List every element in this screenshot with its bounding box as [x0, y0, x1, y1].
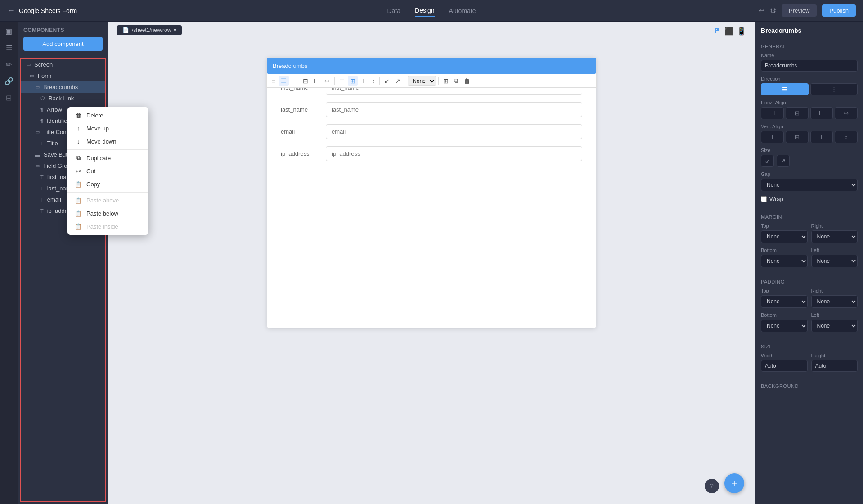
copy-icon: 📋	[75, 181, 82, 188]
ctx-cut[interactable]: ✂ Cut	[67, 165, 148, 178]
width-input[interactable]	[761, 360, 808, 372]
none-select[interactable]: None	[408, 76, 436, 86]
link-icon[interactable]: 🔗	[4, 77, 13, 86]
margin-bottom-select[interactable]: None	[761, 255, 808, 267]
mobile-icon[interactable]: 📱	[737, 27, 746, 36]
margin-top-label: Top	[761, 223, 808, 229]
undo-button[interactable]: ↩	[759, 6, 764, 15]
delete-btn[interactable]: 🗑	[462, 76, 472, 86]
padding-right-select[interactable]: None	[811, 295, 858, 308]
back-button[interactable]: ←	[7, 6, 15, 15]
h-align-4[interactable]: ⇿	[835, 107, 858, 119]
padding-left-select[interactable]: None	[811, 320, 858, 332]
ctx-duplicate[interactable]: ⧉ Duplicate	[67, 151, 148, 165]
more-icon[interactable]: ⊞	[6, 94, 12, 102]
path-icon: 📄	[122, 27, 129, 33]
align-btn-1[interactable]: ≡	[270, 76, 278, 86]
last-name-input[interactable]	[326, 102, 582, 117]
padding-top-select[interactable]: None	[761, 295, 808, 308]
rs-section-size: SIZE Width Height	[761, 344, 858, 376]
path-chevron[interactable]: ▾	[174, 27, 176, 33]
shrink-btn[interactable]: ↙	[382, 76, 392, 86]
shrink-size-btn[interactable]: ↙	[761, 155, 774, 167]
add-component-button[interactable]: Add component	[23, 37, 103, 51]
h-align-3[interactable]: ⊢	[810, 107, 833, 119]
v-align-4[interactable]: ↕	[835, 131, 858, 143]
ctx-move-up[interactable]: ↑ Move up	[67, 122, 148, 135]
v-align-3[interactable]: ⊥	[810, 131, 833, 143]
align-right-btn[interactable]: ⊢	[311, 76, 321, 86]
dir-col-btn[interactable]: ⋮	[810, 83, 858, 95]
align-bottom-btn[interactable]: ⊥	[359, 76, 369, 86]
ip-address-input[interactable]	[326, 146, 582, 161]
padding-bottom-left-row: Bottom None Left None	[761, 312, 858, 337]
ctx-paste-below[interactable]: 📋 Paste below	[67, 207, 148, 220]
tree-item-screen[interactable]: ▭ Screen	[21, 59, 105, 70]
ctx-move-down[interactable]: ↓ Move down	[67, 135, 148, 148]
pages-icon[interactable]: ▣	[5, 27, 12, 36]
margin-right-select[interactable]: None	[811, 230, 858, 243]
align-spread-v-btn[interactable]: ↕	[369, 76, 377, 86]
copy-style-btn[interactable]: ⧉	[452, 76, 461, 86]
rs-name-input[interactable]	[761, 60, 858, 72]
tablet-icon[interactable]: ⬛	[724, 27, 733, 36]
rs-margin-right: Right None	[811, 223, 858, 243]
align-center-h-btn[interactable]: ⊟	[301, 76, 310, 86]
ctx-copy[interactable]: 📋 Copy	[67, 178, 148, 191]
alignment-toolbar: ≡ ☰ ⊣ ⊟ ⊢ ⇿ ⊤ ⊞ ⊥ ↕ ↙ ↗ None ⊞ ⧉	[266, 74, 597, 88]
rs-margin-bottom: Bottom None	[761, 248, 808, 267]
align-btn-2[interactable]: ☰	[279, 76, 289, 86]
h-align-2[interactable]: ⊟	[786, 107, 809, 119]
h-align-1[interactable]: ⊣	[761, 107, 784, 119]
publish-button[interactable]: Publish	[822, 4, 856, 17]
rs-section-background: BACKGROUND	[761, 383, 858, 392]
dir-row-btn[interactable]: ☰	[761, 83, 809, 95]
tab-automate[interactable]: Automate	[449, 5, 476, 16]
expand-btn[interactable]: ↗	[393, 76, 403, 86]
duplicate-icon: ⧉	[75, 154, 82, 162]
rs-gap-field: Gap None	[761, 171, 858, 191]
settings-button[interactable]: ⚙	[770, 6, 776, 15]
horiz-align-buttons: ⊣ ⊟ ⊢ ⇿	[761, 107, 858, 119]
v-align-1[interactable]: ⊤	[761, 131, 784, 143]
preview-button[interactable]: Preview	[782, 4, 817, 17]
top-bar-right: ↩ ⚙ Preview Publish	[721, 4, 856, 17]
cut-icon: ✂	[75, 168, 82, 175]
desktop-icon[interactable]: 🖥	[714, 27, 721, 36]
title-container-icon: ▭	[35, 129, 40, 135]
tree-item-form[interactable]: ▭ Form	[21, 70, 105, 81]
height-input[interactable]	[811, 360, 858, 372]
ctx-delete[interactable]: 🗑 Delete	[67, 109, 148, 122]
tab-data[interactable]: Data	[387, 5, 400, 16]
align-top-btn[interactable]: ⊤	[337, 76, 347, 86]
align-middle-btn[interactable]: ⊞	[348, 76, 358, 86]
help-button[interactable]: ?	[705, 479, 719, 493]
grid-btn[interactable]: ⊞	[441, 76, 451, 86]
ctx-separator-2	[67, 192, 148, 193]
margin-top-select[interactable]: None	[761, 230, 808, 243]
expand-size-btn[interactable]: ↗	[777, 155, 790, 167]
float-add-button[interactable]: +	[724, 473, 744, 493]
direction-buttons: ☰ ⋮	[761, 83, 858, 95]
top-bar: ← Google Sheets Form Data Design Automat…	[0, 0, 863, 22]
padding-right-label: Right	[811, 288, 858, 293]
margin-top-right-row: Top None Right None	[761, 223, 858, 248]
v-align-2[interactable]: ⊞	[786, 131, 809, 143]
margin-left-select[interactable]: None	[811, 255, 858, 267]
pen-icon[interactable]: ✏	[6, 60, 12, 69]
email-input[interactable]	[326, 124, 582, 139]
main-content: ▣ ☰ ✏ 🔗 ⊞ Components Add component ▭ Scr…	[0, 22, 863, 504]
layers-icon[interactable]: ☰	[6, 44, 12, 52]
selected-element-header[interactable]: Breadcrumbs	[267, 58, 596, 74]
selected-element-label: Breadcrumbs	[273, 63, 307, 69]
padding-bottom-select[interactable]: None	[761, 320, 808, 332]
align-spread-h-btn[interactable]: ⇿	[322, 76, 332, 86]
align-left-btn[interactable]: ⊣	[290, 76, 300, 86]
rs-wrap-checkbox[interactable]	[761, 196, 767, 202]
rs-gap-label: Gap	[761, 171, 858, 177]
rs-name-label: Name	[761, 53, 858, 58]
tree-item-breadcrumbs[interactable]: ▭ Breadcrumbs	[21, 81, 105, 93]
tree-item-back-link[interactable]: ⬡ Back Link	[21, 93, 105, 104]
tab-design[interactable]: Design	[415, 5, 435, 17]
rs-gap-select[interactable]: None	[761, 179, 858, 191]
